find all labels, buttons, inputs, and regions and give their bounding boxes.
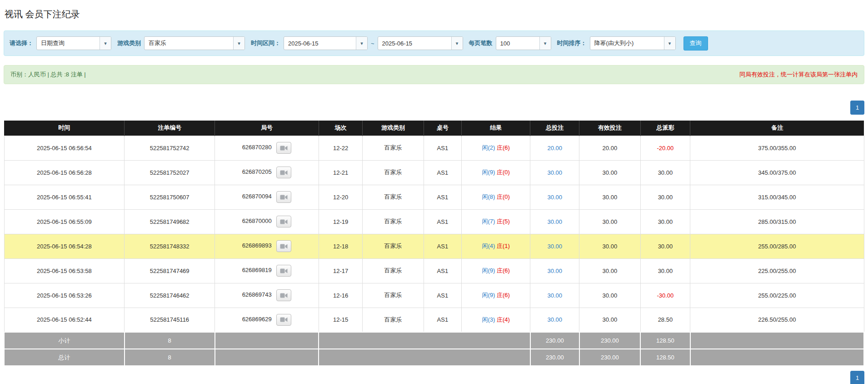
- video-replay-button[interactable]: [276, 167, 291, 178]
- table-header: 时间 注单编号 局号 场次 游戏类别 桌号 结果 总投注 有效投注 总派彩 备注: [4, 121, 864, 136]
- result-banker: 庄(6): [497, 144, 510, 151]
- total-bet-link[interactable]: 30.00: [548, 218, 563, 225]
- video-replay-button[interactable]: [276, 216, 291, 227]
- total-bet-link[interactable]: 30.00: [548, 194, 563, 201]
- round-number: 626870205: [242, 168, 272, 175]
- time-sort-value: 降幂(由大到小): [590, 37, 664, 50]
- table-row: 2025-06-15 06:53:58 522581747469 6268698…: [4, 258, 864, 283]
- table-row: 2025-06-15 06:52:44 522581745116 6268696…: [4, 308, 864, 332]
- col-remark: 备注: [690, 121, 864, 136]
- cell-table-no: AS1: [424, 258, 461, 283]
- cell-remark: 375.00/355.00: [690, 136, 864, 160]
- cell-payout: 30.00: [640, 258, 690, 283]
- total-bet-link[interactable]: 20.00: [548, 145, 563, 152]
- result-banker: 庄(1): [497, 243, 510, 249]
- video-camera-icon: [280, 219, 288, 225]
- page-1-button[interactable]: 1: [850, 371, 864, 384]
- cell-remark: 255.00/285.00: [690, 234, 864, 258]
- col-total-bet: 总投注: [530, 121, 579, 136]
- cell-time: 2025-06-15 06:55:09: [4, 209, 125, 234]
- total-bet-link[interactable]: 30.00: [548, 268, 563, 274]
- chevron-down-icon[interactable]: ▾: [100, 37, 111, 50]
- video-replay-button[interactable]: [276, 265, 291, 277]
- result-player: 闲(8): [482, 193, 495, 200]
- game-type-group: 游戏类别 百家乐 ▾: [117, 36, 245, 50]
- chevron-down-icon[interactable]: ▾: [664, 37, 675, 50]
- cell-valid-bet: 30.00: [579, 185, 640, 209]
- result-banker: 庄(0): [497, 193, 510, 200]
- game-type-label: 游戏类别: [117, 39, 141, 47]
- video-camera-icon: [280, 194, 288, 200]
- chevron-down-icon[interactable]: ▾: [539, 37, 551, 50]
- total-bet-link[interactable]: 30.00: [548, 316, 563, 323]
- cell-time: 2025-06-15 06:53:26: [4, 283, 125, 308]
- date-range-label: 时间区间：: [251, 39, 280, 47]
- cell-bet-id: 522581750607: [125, 185, 215, 209]
- cell-bet-id: 522581746462: [125, 283, 215, 308]
- date-from-select[interactable]: 2025-06-15 ▾: [284, 36, 368, 50]
- cell-round: 626869629: [215, 308, 319, 332]
- chevron-down-icon[interactable]: ▾: [233, 37, 244, 50]
- pagination-bottom: 1: [4, 371, 864, 384]
- page-size-select[interactable]: 100 ▾: [496, 36, 551, 50]
- result-banker: 庄(0): [497, 169, 510, 176]
- col-bet-id: 注单编号: [125, 121, 215, 136]
- total-bet-link[interactable]: 30.00: [548, 243, 563, 250]
- date-to-select[interactable]: 2025-06-15 ▾: [378, 36, 463, 50]
- result-banker: 庄(6): [497, 292, 510, 298]
- col-result: 结果: [462, 121, 530, 136]
- cell-total-bet: 20.00: [530, 136, 579, 160]
- time-sort-group: 时间排序： 降幂(由大到小) ▾: [557, 36, 676, 50]
- time-sort-select[interactable]: 降幂(由大到小) ▾: [590, 36, 676, 50]
- cell-round: 626869819: [215, 258, 319, 283]
- chevron-down-icon[interactable]: ▾: [451, 37, 463, 50]
- cell-total-bet: 30.00: [530, 185, 579, 209]
- grand-total-empty-remark: [690, 349, 864, 366]
- video-replay-button[interactable]: [276, 191, 291, 203]
- col-valid-bet: 有效投注: [579, 121, 640, 136]
- subtotal-valid-bet: 230.00: [579, 332, 640, 349]
- bets-table: 时间 注单编号 局号 场次 游戏类别 桌号 结果 总投注 有效投注 总派彩 备注…: [4, 121, 864, 366]
- grand-total-total-bet: 230.00: [530, 349, 579, 366]
- subtotal-total-bet: 230.00: [530, 332, 579, 349]
- grand-total-empty-middle: [319, 349, 530, 366]
- cell-game-type: 百家乐: [363, 258, 424, 283]
- cell-round: 626870094: [215, 185, 319, 209]
- cell-session: 12-18: [319, 234, 362, 258]
- subtotal-empty-round: [215, 332, 319, 349]
- cell-session: 12-20: [319, 185, 362, 209]
- chevron-down-icon[interactable]: ▾: [356, 37, 367, 50]
- cell-valid-bet: 20.00: [579, 136, 640, 160]
- table-row: 2025-06-15 06:56:54 522581752742 6268702…: [4, 136, 864, 160]
- grand-total-count: 8: [125, 349, 215, 366]
- page: 视讯 会员下注纪录 请选择： 日期查询 ▾ 游戏类别 百家乐 ▾ 时间区间： 2…: [0, 0, 868, 384]
- cell-valid-bet: 30.00: [579, 209, 640, 234]
- video-replay-button[interactable]: [276, 142, 291, 154]
- round-number: 626870094: [242, 193, 272, 200]
- total-bet-link[interactable]: 30.00: [548, 292, 563, 299]
- game-type-select[interactable]: 百家乐 ▾: [144, 36, 245, 50]
- grand-total-label: 总计: [4, 349, 125, 366]
- total-bet-link[interactable]: 30.00: [548, 169, 563, 176]
- video-replay-button[interactable]: [276, 240, 291, 252]
- page-1-button[interactable]: 1: [850, 101, 864, 115]
- cell-remark: 285.00/315.00: [690, 209, 864, 234]
- search-button[interactable]: 查询: [683, 36, 708, 51]
- cell-bet-id: 522581748332: [125, 234, 215, 258]
- cell-round: 626869893: [215, 234, 319, 258]
- cell-valid-bet: 30.00: [579, 234, 640, 258]
- video-replay-button[interactable]: [276, 289, 291, 301]
- col-session: 场次: [319, 121, 362, 136]
- col-game-type: 游戏类别: [363, 121, 424, 136]
- cell-payout: 30.00: [640, 209, 690, 234]
- cell-bet-id: 522581752027: [125, 160, 215, 185]
- query-type-select[interactable]: 日期查询 ▾: [36, 36, 111, 50]
- cell-total-bet: 30.00: [530, 283, 579, 308]
- cell-payout: 30.00: [640, 160, 690, 185]
- result-banker: 庄(5): [497, 218, 510, 225]
- result-player: 闲(7): [482, 218, 495, 225]
- page-size-group: 每页笔数 100 ▾: [469, 36, 551, 50]
- video-replay-button[interactable]: [276, 314, 291, 326]
- cell-total-bet: 30.00: [530, 258, 579, 283]
- cell-table-no: AS1: [424, 234, 461, 258]
